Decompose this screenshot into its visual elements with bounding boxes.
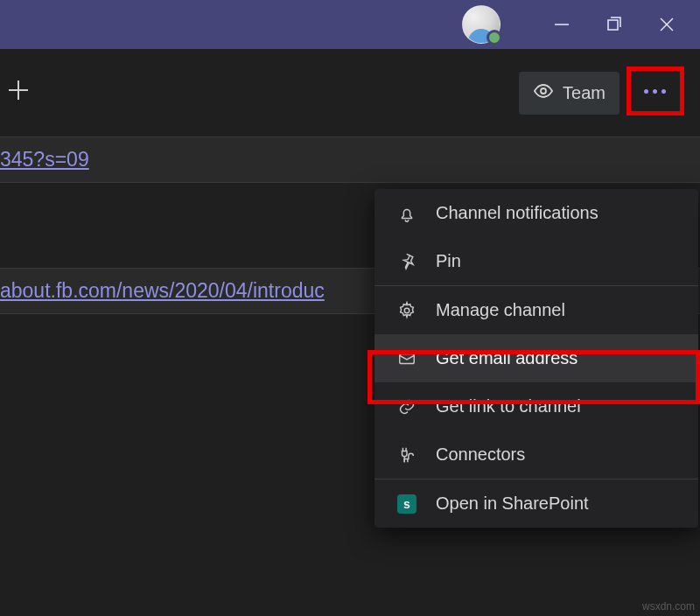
titlebar — [0, 0, 700, 49]
maximize-button[interactable] — [588, 0, 640, 49]
menu-item-label: Pin — [436, 251, 461, 271]
team-button-label: Team — [563, 83, 606, 103]
bell-icon — [396, 204, 418, 223]
connectors-icon — [396, 445, 418, 465]
channel-content: Team 345?s=09 about.fb.com/news/2020/04/… — [0, 49, 700, 616]
menu-item-label: Manage channel — [436, 300, 565, 320]
gear-icon — [396, 301, 418, 320]
menu-item-get-email-address[interactable]: Get email address — [374, 334, 698, 382]
menu-item-manage-channel[interactable]: Manage channel — [374, 286, 698, 334]
menu-item-pin[interactable]: Pin — [374, 237, 698, 285]
menu-item-label: Connectors — [436, 444, 525, 465]
menu-item-connectors[interactable]: Connectors — [374, 430, 698, 479]
menu-item-label: Channel notifications — [436, 203, 598, 223]
eye-icon — [533, 80, 554, 106]
annotation-highlight — [626, 66, 684, 116]
menu-item-channel-notifications[interactable]: Channel notifications — [374, 189, 698, 237]
sharepoint-icon: s — [396, 494, 418, 514]
menu-item-label: Open in SharePoint — [436, 494, 589, 514]
team-visibility-button[interactable]: Team — [519, 72, 620, 115]
presence-available-icon — [486, 30, 502, 46]
svg-point-7 — [404, 308, 410, 313]
channel-context-menu: Channel notifications Pin Manage channel… — [374, 189, 698, 528]
watermark: wsxdn.com — [642, 600, 695, 612]
message-link[interactable]: 345?s=09 — [0, 148, 89, 171]
message-link[interactable]: about.fb.com/news/2020/04/introduc — [0, 279, 325, 302]
user-avatar[interactable] — [462, 5, 500, 44]
minimize-button[interactable] — [536, 0, 588, 49]
close-button[interactable] — [640, 0, 693, 49]
menu-item-label: Get email address — [436, 348, 578, 368]
pin-icon — [396, 252, 418, 271]
menu-item-label: Get link to channel — [436, 396, 581, 416]
svg-rect-8 — [400, 354, 415, 363]
menu-item-open-sharepoint[interactable]: s Open in SharePoint — [374, 480, 698, 528]
menu-item-get-link[interactable]: Get link to channel — [374, 382, 698, 430]
svg-point-6 — [541, 88, 546, 94]
envelope-icon — [396, 349, 418, 368]
link-icon — [396, 397, 418, 416]
svg-rect-1 — [608, 20, 618, 30]
message-card[interactable]: 345?s=09 — [0, 136, 700, 183]
new-conversation-button[interactable] — [5, 77, 32, 107]
